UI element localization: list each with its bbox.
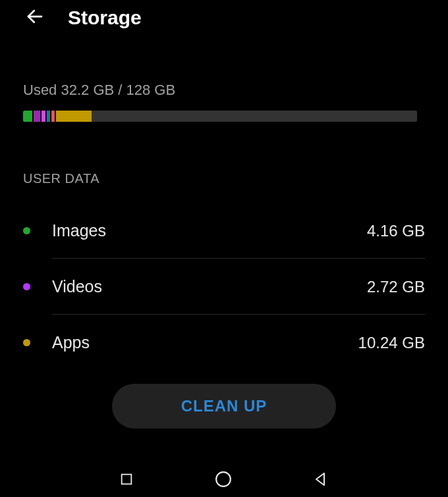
storage-segment (56, 111, 92, 122)
back-arrow-icon[interactable] (25, 7, 45, 29)
clean-up-button[interactable]: CLEAN UP (112, 384, 336, 429)
usage-text: Used 32.2 GB / 128 GB (23, 82, 425, 99)
storage-usage-section: Used 32.2 GB / 128 GB (0, 68, 448, 122)
color-dot-icon (23, 339, 30, 346)
color-dot-icon (23, 283, 30, 290)
user-data-list: Images 4.16 GB Videos 2.72 GB Apps 10.24… (0, 203, 448, 371)
nav-back-icon[interactable] (313, 471, 329, 487)
svg-point-2 (216, 472, 231, 486)
storage-segment (23, 111, 32, 122)
list-item-label: Videos (52, 277, 367, 296)
nav-recent-icon[interactable] (119, 472, 134, 486)
navigation-bar (0, 461, 448, 497)
list-item-label: Apps (52, 333, 358, 352)
svg-marker-3 (316, 473, 324, 485)
svg-rect-1 (122, 474, 132, 484)
storage-segment (34, 111, 40, 122)
list-item-value: 2.72 GB (367, 278, 425, 296)
list-item-label: Images (52, 221, 367, 240)
page-title: Storage (68, 7, 142, 29)
list-item-value: 10.24 GB (358, 334, 425, 352)
section-label-user-data: USER DATA (0, 171, 448, 186)
color-dot-icon (23, 227, 30, 234)
header: Storage (0, 0, 448, 36)
clean-up-container: CLEAN UP (0, 384, 448, 429)
list-item-videos[interactable]: Videos 2.72 GB (23, 259, 425, 315)
list-item-apps[interactable]: Apps 10.24 GB (23, 315, 425, 371)
list-item-images[interactable]: Images 4.16 GB (23, 203, 425, 259)
storage-bar (23, 111, 417, 122)
nav-home-icon[interactable] (215, 471, 232, 488)
list-item-value: 4.16 GB (367, 222, 425, 240)
